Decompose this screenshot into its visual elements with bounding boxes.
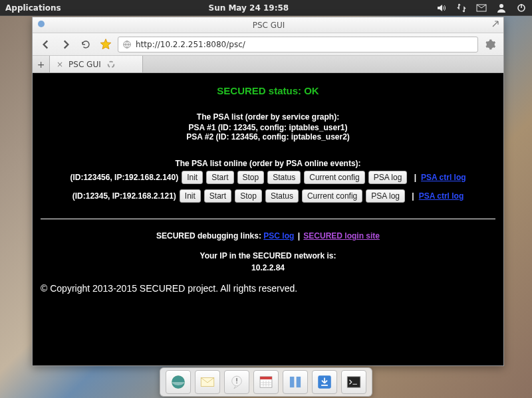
current-config-button[interactable]: Current config	[302, 189, 362, 203]
separator: |	[297, 231, 304, 241]
svg-rect-19	[297, 377, 301, 387]
svg-rect-21	[347, 377, 360, 387]
browser-toolbar: http://10.2.2.251:8080/psc/	[33, 33, 503, 56]
psa-ctrl-log-link[interactable]: PSA ctrl log	[421, 173, 466, 182]
system-tray	[436, 3, 527, 13]
close-tab-icon[interactable]: ×	[57, 60, 63, 69]
dock-calendar-icon[interactable]	[253, 370, 279, 394]
init-button[interactable]: Init	[182, 171, 203, 184]
debug-links: SECURED debugging links: PSC log | SECUR…	[41, 231, 495, 241]
power-icon[interactable]	[516, 3, 527, 13]
volume-icon[interactable]	[436, 3, 447, 13]
psa-list-title: The PSA list (order by service graph):	[41, 112, 495, 122]
bookmark-star-icon[interactable]	[98, 37, 114, 52]
dock-workspace-icon[interactable]	[283, 370, 308, 394]
applications-menu[interactable]: Applications	[5, 3, 61, 13]
svg-rect-12	[260, 377, 272, 379]
browser-menu-button[interactable]	[482, 37, 498, 52]
svg-text:!: !	[235, 376, 239, 385]
secured-status: SECURED status: OK	[41, 85, 495, 96]
psa-ctrl-log-link[interactable]: PSA ctrl log	[419, 191, 464, 201]
dock-browser-icon[interactable]	[166, 370, 191, 394]
page-content: SECURED status: OK The PSA list (order b…	[33, 73, 503, 365]
back-button[interactable]	[38, 37, 54, 52]
reload-button[interactable]	[78, 37, 94, 52]
current-config-button[interactable]: Current config	[304, 171, 364, 184]
psa-item: PSA #2 (ID: 123456, config: iptables_use…	[41, 132, 495, 142]
browser-window: PSC GUI http://10.2.2.251:8080/psc/ +	[32, 17, 504, 366]
separator: |	[408, 191, 416, 201]
psa-log-button[interactable]: PSA log	[368, 171, 408, 184]
dock-terminal-icon[interactable]	[341, 370, 366, 394]
dock-chat-icon[interactable]: !	[224, 370, 249, 394]
stop-button[interactable]: Stop	[235, 189, 262, 203]
copyright: © Copyright 2013-2015 SECURED project. A…	[41, 283, 495, 294]
svg-rect-18	[290, 377, 295, 387]
psa-online-row: (ID:12345, IP:192.168.2.121) Init Start …	[41, 189, 495, 203]
psa-log-button[interactable]: PSA log	[366, 189, 405, 203]
user-icon[interactable]	[496, 3, 507, 13]
status-button[interactable]: Status	[267, 171, 301, 184]
dock-download-icon[interactable]	[312, 370, 337, 394]
secured-login-link[interactable]: SECURED login site	[303, 231, 380, 241]
divider	[41, 219, 495, 219]
globe-icon	[122, 40, 132, 49]
psa-online-title: The PSA list online (order by PSA online…	[41, 159, 495, 168]
url-bar[interactable]: http://10.2.2.251:8080/psc/	[118, 37, 478, 52]
psa-meta: (ID:123456, IP:192.168.2.140)	[70, 173, 178, 182]
start-button[interactable]: Start	[206, 171, 233, 184]
start-button[interactable]: Start	[204, 189, 231, 203]
psa-online-row: (ID:123456, IP:192.168.2.140) Init Start…	[41, 171, 495, 184]
init-button[interactable]: Init	[180, 189, 201, 203]
status-button[interactable]: Status	[265, 189, 299, 203]
mail-icon[interactable]	[476, 3, 487, 13]
psc-log-link[interactable]: PSC log	[263, 231, 294, 241]
window-titlebar[interactable]: PSC GUI	[33, 17, 503, 33]
psa-meta: (ID:12345, IP:192.168.2.121)	[72, 191, 176, 201]
tab-title: PSC GUI	[68, 60, 101, 69]
dock: !	[160, 367, 372, 397]
browser-tab[interactable]: × PSC GUI	[50, 56, 143, 72]
top-panel: Applications Sun May 24 19:58	[0, 0, 532, 16]
separator: |	[410, 173, 418, 182]
svg-point-4	[38, 21, 45, 27]
ip-label: Your IP in the SECURED network is:	[41, 251, 495, 260]
forward-button[interactable]	[58, 37, 74, 52]
window-app-icon	[37, 19, 46, 31]
clock: Sun May 24 19:58	[61, 3, 436, 13]
window-title: PSC GUI	[46, 21, 491, 30]
debug-label: SECURED debugging links:	[156, 231, 263, 241]
network-icon[interactable]	[456, 3, 467, 13]
stop-button[interactable]: Stop	[237, 171, 265, 184]
new-tab-button[interactable]: +	[33, 56, 50, 72]
dock-mail-icon[interactable]	[195, 370, 220, 394]
psa-item: PSA #1 (ID: 12345, config: iptables_user…	[41, 123, 495, 132]
url-text: http://10.2.2.251:8080/psc/	[136, 40, 245, 49]
ip-value: 10.2.2.84	[41, 263, 495, 272]
tab-bar: + × PSC GUI	[33, 56, 503, 73]
svg-point-1	[499, 4, 503, 8]
svg-point-6	[108, 61, 114, 67]
maximize-icon[interactable]	[491, 20, 499, 30]
loading-icon	[106, 60, 116, 69]
